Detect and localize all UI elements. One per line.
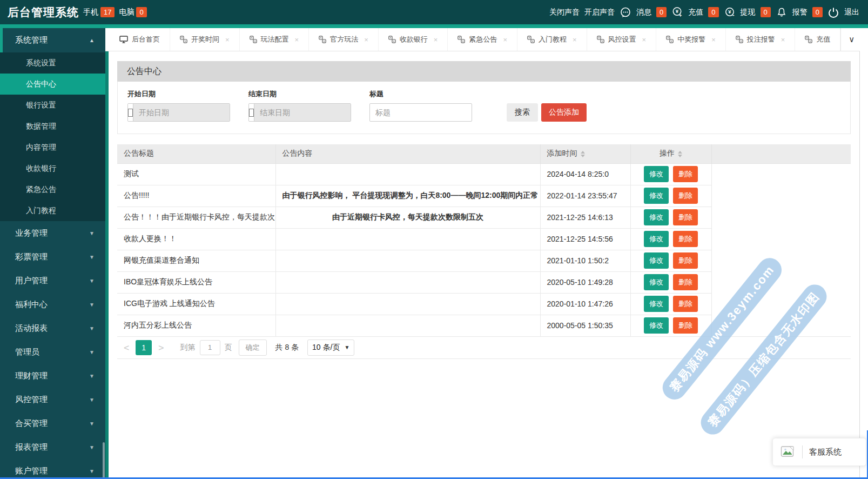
recharge-icon[interactable]: ¥+ [671,6,683,18]
close-icon[interactable]: × [711,36,716,44]
close-icon[interactable]: × [781,36,785,44]
withdraw-label[interactable]: 提现 [741,8,756,17]
close-icon[interactable]: × [642,36,647,44]
sound-on-link[interactable]: 开启声音 [584,8,615,17]
sidebar-item-system-settings[interactable]: 系统设置 [0,52,105,74]
phone-counter[interactable]: 手机 17 [83,7,115,17]
prev-page-chevron-icon[interactable]: < [117,342,136,353]
edit-button[interactable]: 修改 [644,252,669,269]
sidebar-item-lottery-management[interactable]: 彩票管理▼ [0,245,105,269]
message-icon[interactable] [620,6,631,18]
message-label[interactable]: 消息 [636,8,651,17]
col-actions[interactable]: 操作 [630,144,711,163]
close-icon[interactable]: × [225,36,230,44]
edit-button[interactable]: 修改 [644,317,669,334]
alarm-label[interactable]: 报警 [792,8,808,17]
end-date-field[interactable] [248,103,351,122]
confirm-page-button[interactable]: 确定 [239,340,267,356]
search-button[interactable]: 搜索 [507,103,538,122]
start-date-input[interactable] [133,104,230,121]
add-announcement-button[interactable]: 公告添加 [541,103,587,122]
goto-page-input[interactable] [200,340,220,355]
next-page-chevron-icon[interactable]: > [152,342,170,353]
title-input[interactable] [369,103,472,122]
tab-item[interactable]: 充值 [795,28,840,51]
edit-button[interactable]: 修改 [644,274,669,290]
sidebar-item-bank-settings[interactable]: 银行设置 [0,95,105,116]
delete-button[interactable]: 删除 [673,274,698,290]
sidebar-item-finance-management[interactable]: 理财管理▼ [0,364,105,388]
tabs-dropdown-chevron-icon[interactable]: ∨ [840,28,860,51]
tab-item[interactable]: 收款银行× [379,28,448,51]
tab-item[interactable]: 紧急公告× [448,28,517,51]
start-date-field[interactable] [127,103,230,122]
dice-icon [388,36,396,43]
delete-button[interactable]: 删除 [673,296,698,312]
table-row: 河内五分彩上线公告 2000-05-05 1:50:35 修改删除 [117,315,851,336]
tab-item[interactable]: 官方玩法× [309,28,379,51]
sort-icon[interactable] [581,151,585,157]
announcement-title: ICG电子游戏 上线通知公告 [117,293,275,315]
close-icon[interactable]: × [573,36,577,44]
announcement-panel: 公告中心 开始日期 结束日期 标题 [117,61,851,134]
sort-icon[interactable] [678,151,682,157]
sound-off-link[interactable]: 关闭声音 [549,8,580,17]
logout-link[interactable]: 退出 [844,8,859,17]
sidebar-item-emergency-announcement[interactable]: 紧急公告 [0,179,105,200]
withdraw-icon[interactable]: ¥- [724,6,736,18]
message-count-badge: 0 [656,7,667,17]
end-date-group: 结束日期 [248,89,351,122]
sidebar-item-risk-management[interactable]: 风控管理▼ [0,388,105,411]
close-icon[interactable]: × [295,36,299,44]
sidebar-item-business-management[interactable]: 业务管理▼ [0,221,105,245]
chevron-down-icon: ▼ [89,325,95,331]
power-icon[interactable] [827,6,839,18]
close-icon[interactable]: × [364,36,368,44]
sidebar-item-beginner-tutorial[interactable]: 入门教程 [0,200,105,221]
delete-button[interactable]: 删除 [673,317,698,334]
sidebar-item-activity-report[interactable]: 活动报表▼ [0,316,105,340]
end-date-input[interactable] [254,104,351,121]
col-time[interactable]: 添加时间 [540,144,630,163]
tab-home[interactable]: 后台首页 [110,28,170,51]
edit-button[interactable]: 修改 [644,166,669,182]
tab-item[interactable]: 中奖报警× [656,28,726,51]
edit-button[interactable]: 修改 [644,209,669,225]
tab-item[interactable]: 玩法配置× [240,28,309,51]
recharge-label[interactable]: 充值 [688,8,703,17]
svg-text:¥: ¥ [728,9,731,15]
alarm-bell-icon[interactable] [776,6,788,18]
sidebar-item-data-management[interactable]: 数据管理 [0,116,105,137]
current-page-button[interactable]: 1 [136,340,152,355]
customer-service-widget[interactable]: 客服系统 [772,438,866,466]
sidebar-item-user-management[interactable]: 用户管理▼ [0,269,105,292]
delete-button[interactable]: 删除 [673,231,698,247]
sidebar-scrollbar[interactable] [103,442,105,479]
delete-button[interactable]: 删除 [673,252,698,269]
delete-button[interactable]: 删除 [673,188,698,204]
close-icon[interactable]: × [434,36,438,44]
sidebar-item-account-management[interactable]: 账户管理▼ [0,459,105,479]
sidebar-item-welfare-center[interactable]: 福利中心▼ [0,292,105,316]
sidebar-item-system-management[interactable]: 系统管理 ▲ [0,28,105,52]
pc-counter[interactable]: 电脑 0 [119,7,146,17]
tab-item[interactable]: 投注报警× [726,28,796,51]
edit-button[interactable]: 修改 [644,188,669,204]
page-size-select[interactable]: 10 条/页 ▼ [307,340,354,356]
sidebar-item-receiving-bank[interactable]: 收款银行 [0,158,105,179]
edit-button[interactable]: 修改 [644,296,669,312]
table-row: IBO皇冠体育娱乐上线公告 2020-05-10 1:49:28 修改删除 [117,271,851,293]
delete-button[interactable]: 删除 [673,209,698,225]
table-row: 测试 2024-04-14 8:25:0 修改删除 [117,163,851,185]
delete-button[interactable]: 删除 [673,166,698,182]
sidebar-item-announcement-center[interactable]: 公告中心 [0,74,105,95]
edit-button[interactable]: 修改 [644,231,669,247]
close-icon[interactable]: × [503,36,507,44]
tab-item[interactable]: 风控设置× [587,28,657,51]
tab-item[interactable]: 入门教程× [517,28,587,51]
sidebar-item-content-management[interactable]: 内容管理 [0,137,105,158]
tab-item[interactable]: 开奖时间× [170,28,240,51]
sidebar-item-report-management[interactable]: 报表管理▼ [0,435,105,459]
sidebar-item-administrator[interactable]: 管理员▼ [0,340,105,364]
sidebar-item-group-buy-management[interactable]: 合买管理▼ [0,411,105,435]
